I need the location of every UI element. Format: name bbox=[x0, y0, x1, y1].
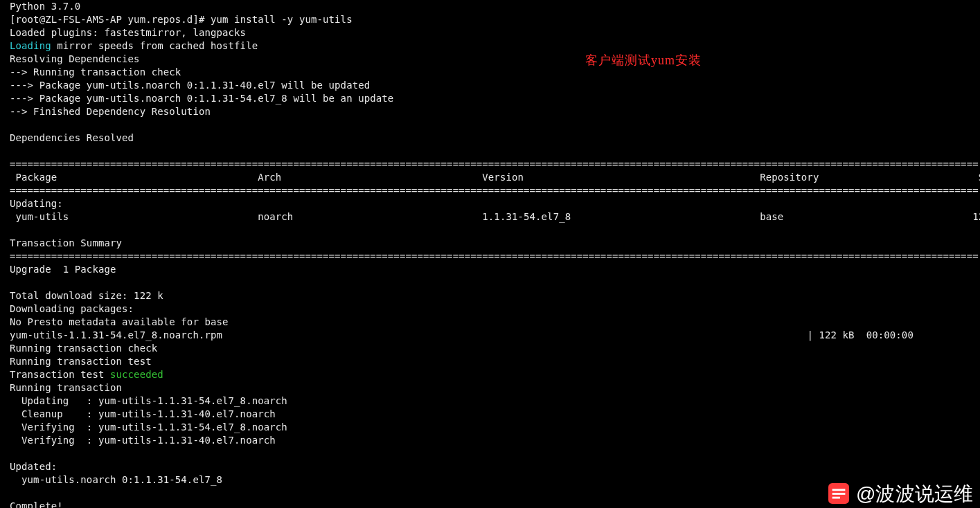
output-line: No Presto metadata available for base bbox=[10, 316, 229, 327]
output-line: mirror speeds from cached hostfile bbox=[51, 40, 258, 51]
step-count: 1/2 bbox=[287, 421, 980, 433]
download-progress: | 122 kB 00:00:00 bbox=[222, 329, 943, 341]
loading-keyword: Loading bbox=[10, 40, 51, 51]
annotation-label: 客户端测试yum安装 bbox=[585, 54, 702, 67]
updated-package: yum-utils.noarch 0:1.1.31-54.el7_8 bbox=[10, 474, 222, 485]
watermark-text: @波波说运维 bbox=[856, 487, 973, 500]
output-line: --> Running transaction check bbox=[10, 66, 181, 78]
output-line: Transaction test bbox=[10, 369, 110, 380]
succeeded-keyword: succeeded bbox=[110, 369, 163, 380]
output-line: Running transaction bbox=[10, 382, 122, 393]
toutiao-logo-icon bbox=[828, 483, 849, 504]
watermark: @波波说运维 bbox=[828, 483, 973, 504]
separator-line: ========================================… bbox=[10, 251, 979, 262]
step-verifying: Verifying : yum-utils-1.1.31-54.el7_8.no… bbox=[10, 421, 287, 433]
transaction-summary-heading: Transaction Summary bbox=[10, 237, 122, 248]
svg-rect-2 bbox=[832, 493, 846, 495]
output-line: Total download size: 122 k bbox=[10, 290, 163, 301]
output-line: Resolving Dependencies bbox=[10, 53, 140, 64]
step-count: 1/2 bbox=[287, 395, 980, 406]
table-header: Package Arch Version Repository Size bbox=[10, 172, 980, 183]
step-count: 2/2 bbox=[276, 435, 980, 446]
step-count: 2/2 bbox=[276, 408, 980, 419]
complete-line: Complete! bbox=[10, 500, 63, 508]
python-version-line: Python 3.7.0 bbox=[10, 1, 80, 12]
step-updating: Updating : yum-utils-1.1.31-54.el7_8.noa… bbox=[10, 395, 287, 406]
output-line: Loaded plugins: fastestmirror, langpacks bbox=[10, 27, 246, 38]
output-line: Running transaction check bbox=[10, 343, 157, 354]
rpm-filename: yum-utils-1.1.31-54.el7_8.noarch.rpm bbox=[10, 329, 222, 341]
shell-prompt: [root@ZL-FSL-AMS-AP yum.repos.d]# bbox=[10, 14, 211, 25]
step-verifying: Verifying : yum-utils-1.1.31-40.el7.noar… bbox=[10, 435, 276, 446]
separator-line: ========================================… bbox=[10, 185, 979, 196]
output-line: Upgrade 1 Package bbox=[10, 264, 116, 275]
terminal-output[interactable]: Python 3.7.0 [root@ZL-FSL-AMS-AP yum.rep… bbox=[0, 0, 980, 508]
svg-rect-1 bbox=[832, 489, 846, 491]
shell-command: yum install -y yum-utils bbox=[211, 14, 353, 25]
step-cleanup: Cleanup : yum-utils-1.1.31-40.el7.noarch bbox=[10, 408, 276, 419]
output-line: Downloading packages: bbox=[10, 303, 134, 314]
updated-heading: Updated: bbox=[10, 461, 57, 472]
separator-line: ========================================… bbox=[10, 158, 979, 170]
table-row: yum-utils noarch 1.1.31-54.el7_8 base 12… bbox=[10, 211, 980, 222]
output-line: Running transaction test bbox=[10, 356, 152, 367]
output-line: ---> Package yum-utils.noarch 0:1.1.31-4… bbox=[10, 80, 370, 91]
svg-rect-3 bbox=[832, 497, 840, 499]
deps-resolved-heading: Dependencies Resolved bbox=[10, 132, 134, 143]
output-line: ---> Package yum-utils.noarch 0:1.1.31-5… bbox=[10, 93, 393, 104]
updating-heading: Updating: bbox=[10, 198, 63, 209]
output-line: --> Finished Dependency Resolution bbox=[10, 106, 211, 117]
